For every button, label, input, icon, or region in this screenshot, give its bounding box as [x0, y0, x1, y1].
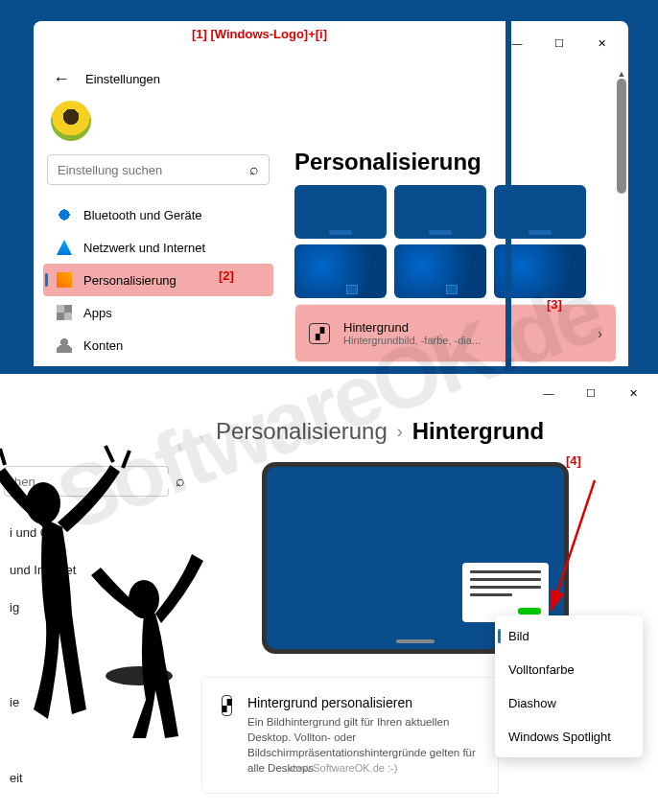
preview-window-mockup	[462, 563, 549, 622]
theme-thumb[interactable]	[294, 244, 387, 298]
personalization-icon	[57, 272, 72, 288]
setting-subtitle: Hintergrundbild, -farbe, -dia...	[343, 335, 584, 346]
sidebar-partial: ⌕ i und Ge und Internet ig ie eit	[0, 462, 173, 812]
page-title: Personalisierung	[294, 149, 617, 175]
personalize-title: Hintergrund personalisieren	[247, 695, 479, 710]
dropdown-option-spotlight[interactable]: Windows Spotlight	[495, 720, 643, 754]
sidebar-item-partial[interactable]: eit	[4, 759, 169, 797]
sidebar-item-label: Konten	[83, 338, 123, 353]
recent-images-label: Zuletzt verwendete Bilder	[201, 794, 629, 812]
apps-icon	[57, 305, 72, 320]
personalize-background-row: ▞ Hintergrund personalisieren Ein Bildhi…	[201, 677, 499, 794]
search-icon: ⌕	[176, 473, 185, 490]
sidebar-item-partial[interactable]: ie	[4, 684, 169, 721]
picture-icon: ▞	[222, 695, 232, 716]
chevron-right-icon: ›	[397, 422, 403, 442]
user-avatar[interactable]	[51, 101, 91, 141]
bluetooth-icon	[57, 207, 72, 222]
picture-icon: ▞	[309, 323, 330, 344]
maximize-button[interactable]: ☐	[570, 380, 612, 406]
sidebar-item-accounts[interactable]: Konten	[43, 329, 273, 361]
dropdown-option-solid[interactable]: Volltonfarbe	[495, 653, 643, 686]
minimize-button[interactable]: —	[496, 29, 538, 58]
scroll-up-icon[interactable]: ▲	[617, 69, 626, 79]
svg-line-0	[552, 480, 595, 610]
search-box[interactable]: ⌕	[4, 466, 169, 497]
search-input[interactable]	[58, 163, 249, 177]
search-box[interactable]: ⌕	[47, 154, 270, 185]
sidebar: ⌕ Bluetooth und Geräte Netzwerk und Inte…	[34, 149, 283, 366]
annotation-step-1: [1] [Windows-Logo]+[i]	[192, 27, 327, 41]
sidebar-item-partial[interactable]: i und Ge	[4, 514, 169, 551]
sidebar-item-label: Personalisierung	[83, 273, 176, 288]
theme-thumb[interactable]	[394, 244, 486, 298]
content-area: Personalisierung ▞ Hintergrund Hintergru…	[283, 149, 628, 366]
theme-thumb[interactable]	[294, 185, 387, 239]
scroll-thumb[interactable]	[617, 79, 626, 194]
sidebar-item-label: Bluetooth und Geräte	[83, 208, 202, 222]
titlebar: — ☐ ✕	[34, 21, 628, 65]
annotation-step-4: [4]	[566, 453, 581, 468]
maximize-button[interactable]: ☐	[538, 29, 580, 58]
theme-thumb[interactable]	[394, 185, 486, 239]
minimize-button[interactable]: —	[528, 380, 570, 406]
settings-label: Einstellungen	[85, 72, 160, 86]
sidebar-item-personalization[interactable]: Personalisierung	[43, 264, 273, 296]
close-button[interactable]: ✕	[580, 29, 623, 58]
sidebar-item-partial[interactable]: ig	[4, 589, 169, 626]
back-button[interactable]: ←	[53, 69, 70, 89]
theme-thumbnails-row2	[294, 244, 617, 298]
breadcrumb-current: Hintergrund	[412, 418, 544, 445]
setting-title: Hintergrund	[343, 320, 584, 335]
breadcrumb-parent[interactable]: Personalisierung	[216, 418, 388, 445]
chevron-right-icon: ›	[598, 326, 602, 341]
setting-row-background[interactable]: ▞ Hintergrund Hintergrundbild, -farbe, -…	[294, 304, 617, 362]
annotation-step-2: [2]	[219, 268, 234, 283]
theme-thumbnails	[294, 185, 617, 239]
titlebar: — ☐ ✕	[0, 374, 658, 412]
preview-taskbar	[396, 639, 435, 643]
watermark-url: www.SoftwareOK.de :-)	[288, 762, 397, 774]
sidebar-item-bluetooth[interactable]: Bluetooth und Geräte	[43, 198, 273, 231]
sidebar-item-partial[interactable]: und Internet	[4, 551, 169, 589]
background-type-dropdown[interactable]: Bild Volltonfarbe Diashow Windows Spotli…	[495, 615, 643, 757]
dropdown-option-slideshow[interactable]: Diashow	[495, 686, 643, 720]
sidebar-item-label: Netzwerk und Internet	[83, 241, 205, 255]
search-input[interactable]	[14, 475, 176, 489]
annotation-step-3: [3]	[547, 297, 562, 312]
dropdown-option-picture[interactable]: Bild	[495, 619, 643, 653]
sidebar-item-label: Apps	[83, 306, 112, 320]
sidebar-item-network[interactable]: Netzwerk und Internet	[43, 231, 273, 264]
accounts-icon	[57, 337, 72, 353]
sidebar-item-apps[interactable]: Apps	[43, 296, 273, 329]
settings-window-top: — ☐ ✕ ← Einstellungen ⌕ Bluetooth und Ge…	[34, 21, 628, 366]
annotation-arrow	[542, 476, 619, 619]
scrollbar[interactable]: ▲	[617, 69, 626, 362]
close-button[interactable]: ✕	[612, 380, 654, 406]
breadcrumb: Personalisierung › Hintergrund	[0, 412, 658, 462]
decorative-bar	[505, 21, 511, 366]
search-icon: ⌕	[249, 161, 259, 178]
network-icon	[57, 240, 72, 255]
